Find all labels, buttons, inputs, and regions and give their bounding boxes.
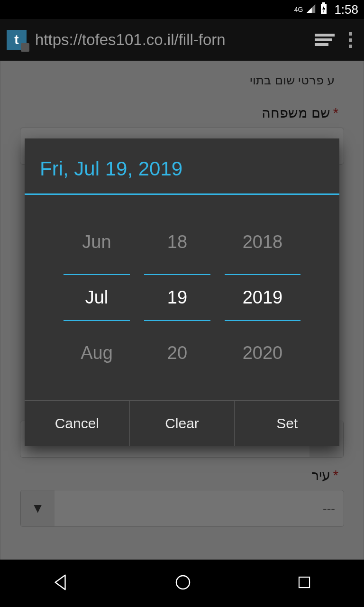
month-next[interactable]: Aug: [64, 335, 130, 371]
signal-icon: [306, 3, 316, 16]
recents-icon[interactable]: [296, 574, 312, 592]
year-selected[interactable]: 2019: [225, 274, 300, 321]
year-prev[interactable]: 2018: [225, 224, 300, 260]
day-selected[interactable]: 19: [144, 274, 210, 321]
month-prev[interactable]: Jun: [64, 224, 130, 260]
month-spinner[interactable]: Jun Jul Aug: [64, 224, 130, 371]
site-favicon: t: [7, 30, 27, 50]
home-icon[interactable]: [173, 573, 192, 594]
day-next[interactable]: 20: [144, 335, 210, 371]
browser-toolbar: t https://tofes101.co.il/fill-forn: [0, 19, 364, 61]
url-bar[interactable]: https://tofes101.co.il/fill-forn: [35, 31, 306, 49]
svg-point-12: [176, 576, 190, 589]
month-selected[interactable]: Jul: [64, 274, 130, 321]
status-clock: 1:58: [334, 2, 358, 17]
set-button[interactable]: Set: [235, 401, 339, 446]
cancel-button[interactable]: Cancel: [25, 401, 130, 446]
date-picker-header: Fri, Jul 19, 2019: [25, 138, 339, 195]
day-spinner[interactable]: 18 19 20: [144, 224, 210, 371]
tabs-icon[interactable]: [315, 33, 335, 47]
back-icon[interactable]: [52, 573, 70, 593]
svg-rect-1: [322, 2, 325, 4]
svg-rect-13: [299, 577, 309, 588]
year-next[interactable]: 2020: [225, 335, 300, 371]
status-bar: 4G 1:58: [0, 0, 364, 19]
date-picker-spinners: Jun Jul Aug 18 19 20 2018 2019 2020: [25, 195, 339, 400]
network-4g-label: 4G: [294, 6, 303, 13]
lock-icon: [21, 43, 29, 52]
date-picker-buttons: Cancel Clear Set: [25, 400, 339, 446]
android-nav-bar: [0, 560, 364, 607]
battery-charging-icon: [320, 2, 328, 17]
clear-button[interactable]: Clear: [130, 401, 235, 446]
date-picker-dialog: Fri, Jul 19, 2019 Jun Jul Aug 18 19 20 2…: [25, 138, 339, 446]
year-spinner[interactable]: 2018 2019 2020: [225, 224, 300, 371]
overflow-menu-icon[interactable]: [343, 32, 357, 48]
day-prev[interactable]: 18: [144, 224, 210, 260]
